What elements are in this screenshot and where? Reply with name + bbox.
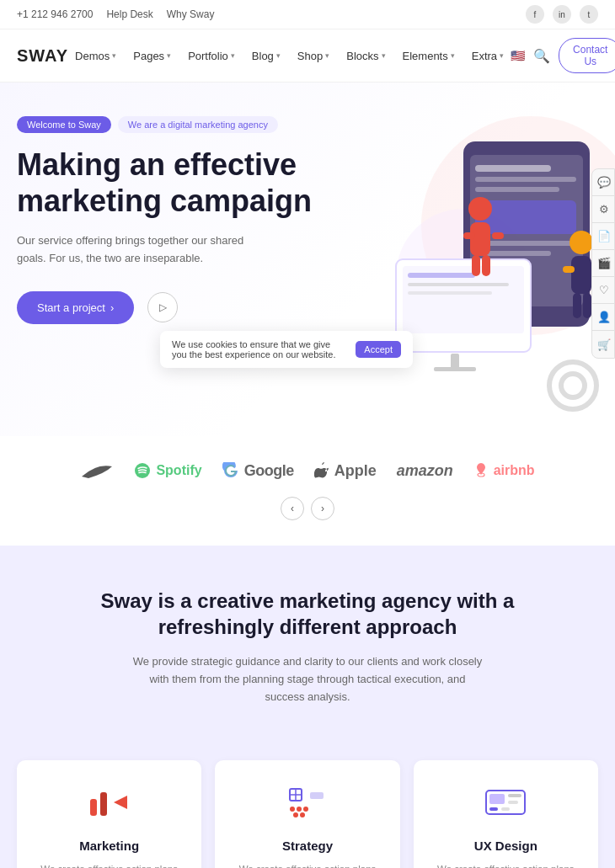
google-logo-icon [222, 462, 239, 479]
brands-prev-button[interactable]: ‹ [281, 497, 304, 520]
play-button[interactable]: ▷ [147, 292, 178, 322]
brands-logos: Spotify Google Apple amazon [17, 461, 598, 480]
phone-number: +1 212 946 2700 [17, 8, 93, 20]
side-panel-user[interactable]: 👤 [592, 304, 615, 331]
google-label: Google [244, 462, 294, 480]
brand-spotify: Spotify [134, 462, 201, 479]
svg-rect-13 [408, 283, 509, 286]
marketing-icon [34, 785, 184, 827]
top-bar-left: +1 212 946 2700 Help Desk Why Sway [17, 8, 214, 20]
svg-point-18 [561, 374, 585, 397]
nav-extra[interactable]: Extra ▾ [465, 45, 511, 67]
svg-rect-20 [470, 222, 490, 256]
svg-point-39 [297, 807, 302, 812]
airbnb-logo-icon [473, 461, 489, 480]
svg-point-41 [293, 812, 298, 817]
marketing-title: Marketing [34, 839, 184, 853]
svg-point-17 [549, 362, 596, 409]
nike-logo-icon [80, 461, 114, 480]
card-ux-design: UX Design We create effective action pla… [414, 760, 598, 868]
hero-title: Making an effective marketing campaign [17, 146, 320, 219]
nav-elements[interactable]: Elements ▾ [396, 45, 462, 67]
spotify-label: Spotify [156, 463, 201, 478]
brand-amazon: amazon [397, 462, 453, 480]
svg-rect-34 [100, 792, 107, 816]
hero-badge-agency: We are a digital marketing agency [118, 116, 278, 133]
header: SWAY Demos ▾ Pages ▾ Portfolio ▾ Blog ▾ … [0, 29, 615, 83]
why-sway-link[interactable]: Why Sway [167, 8, 215, 20]
hero-section: Welcome to Sway We are a digital marketi… [0, 83, 615, 436]
chevron-down-icon: ▾ [451, 51, 455, 60]
language-flag[interactable]: 🇺🇸 [511, 49, 525, 62]
header-right: 🇺🇸 🔍 Contact Us [511, 38, 615, 73]
svg-rect-6 [475, 187, 559, 192]
svg-rect-22 [492, 232, 504, 239]
help-desk-link[interactable]: Help Desk [106, 8, 152, 20]
start-project-button[interactable]: Start a project › [17, 291, 134, 324]
nav-portfolio[interactable]: Portfolio ▾ [181, 45, 242, 67]
card-marketing: Marketing We create effective action pla… [17, 760, 201, 868]
svg-point-25 [570, 231, 593, 254]
chevron-down-icon: ▾ [276, 51, 281, 60]
svg-point-31 [135, 463, 150, 478]
top-bar-social: f in t [526, 5, 598, 24]
nav-shop[interactable]: Shop ▾ [291, 45, 336, 67]
svg-rect-12 [408, 273, 475, 278]
nav-pages[interactable]: Pages ▾ [126, 45, 178, 67]
brands-next-button[interactable]: › [311, 497, 334, 520]
brand-airbnb: airbnb [473, 461, 535, 480]
svg-rect-24 [482, 255, 490, 276]
cookie-banner: We use cookies to ensure that we give yo… [160, 331, 413, 368]
agency-description: We provide strategic guidance and clarit… [131, 653, 484, 706]
svg-rect-5 [475, 177, 576, 182]
side-panel-heart[interactable]: ♡ [592, 277, 615, 304]
svg-point-19 [468, 197, 492, 221]
airbnb-label: airbnb [494, 463, 535, 478]
side-panel-comment[interactable]: 💬 [592, 169, 615, 196]
contact-button[interactable]: Contact Us [559, 38, 615, 73]
strategy-desc: We create effective action plans and des… [232, 861, 382, 868]
brands-navigation: ‹ › [281, 497, 334, 520]
svg-rect-47 [508, 801, 518, 804]
svg-rect-21 [463, 232, 475, 239]
apple-logo-icon [314, 461, 329, 480]
svg-point-42 [300, 812, 305, 817]
facebook-icon[interactable]: f [526, 5, 544, 24]
nav-blog[interactable]: Blog ▾ [245, 45, 287, 67]
logo: SWAY [17, 46, 68, 66]
svg-rect-48 [489, 807, 498, 811]
nav-demos[interactable]: Demos ▾ [68, 45, 123, 67]
agency-section: Sway is a creative marketing agency with… [0, 546, 615, 740]
brands-section: Spotify Google Apple amazon [0, 436, 615, 546]
chevron-down-icon: ▾ [231, 51, 235, 60]
linkedin-icon[interactable]: in [553, 5, 571, 24]
svg-point-38 [290, 807, 295, 812]
brand-apple: Apple [314, 461, 377, 480]
chevron-down-icon: ▾ [112, 51, 116, 60]
strategy-title: Strategy [232, 839, 382, 853]
svg-rect-23 [472, 255, 480, 276]
svg-rect-43 [310, 792, 324, 799]
svg-rect-33 [90, 799, 97, 816]
side-panel-file[interactable]: 📄 [592, 223, 615, 250]
chevron-down-icon: ▾ [325, 51, 329, 60]
svg-rect-45 [489, 794, 505, 804]
side-panel-gear[interactable]: ⚙ [592, 196, 615, 223]
svg-rect-49 [501, 807, 510, 811]
side-panel-cart[interactable]: 🛒 [592, 331, 615, 358]
marketing-desc: We create effective action plans and des… [34, 861, 184, 868]
side-panel-video[interactable]: 🎬 [592, 250, 615, 277]
svg-point-40 [303, 807, 308, 812]
svg-rect-26 [571, 256, 591, 294]
arrow-icon: › [110, 301, 114, 314]
main-nav: Demos ▾ Pages ▾ Portfolio ▾ Blog ▾ Shop … [68, 45, 511, 67]
chevron-down-icon: ▾ [382, 51, 386, 60]
twitter-icon[interactable]: t [580, 5, 598, 24]
spotify-logo-icon [134, 462, 151, 479]
hero-description: Our service offering brings together our… [17, 232, 270, 268]
svg-rect-30 [583, 293, 591, 318]
cookie-accept-button[interactable]: Accept [356, 341, 401, 358]
search-button[interactable]: 🔍 [533, 48, 550, 64]
nav-blocks[interactable]: Blocks ▾ [340, 45, 392, 67]
svg-rect-15 [451, 354, 459, 369]
